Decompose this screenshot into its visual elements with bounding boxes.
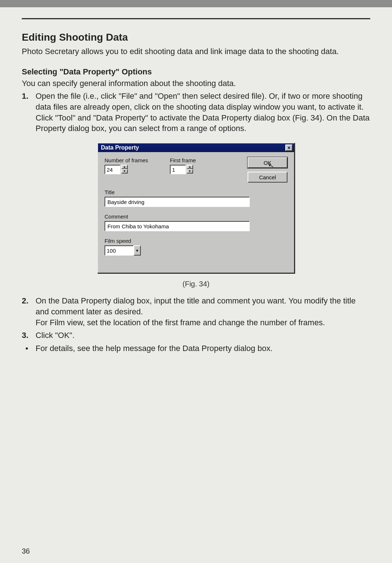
first-frame-up-icon[interactable]: ▲ [187, 165, 193, 169]
bullet-list: For details, see the help message for th… [22, 343, 370, 354]
figure-caption: (Fig. 34) [22, 280, 370, 288]
film-speed-select[interactable]: 100 ▼ [105, 245, 141, 256]
cancel-label: Cancel [259, 174, 276, 180]
title-label: Title [105, 189, 287, 195]
cancel-button[interactable]: Cancel [248, 172, 287, 183]
step-1: Open the file (i.e., click "File" and "O… [22, 91, 370, 134]
frames-value[interactable]: 24 [105, 165, 121, 174]
scan-top-bar [0, 0, 392, 7]
frames-up-icon[interactable]: ▲ [121, 165, 128, 169]
title-block: Title Bayside driving [105, 189, 287, 207]
dialog-title: Data Property [101, 144, 139, 151]
instruction-list-2: On the Data Property dialog box, input t… [22, 295, 370, 341]
dropdown-icon[interactable]: ▼ [134, 245, 141, 256]
title-input[interactable]: Bayside driving [105, 197, 250, 207]
dialog-body: Number of frames 24 ▲ ▼ First frame [98, 152, 294, 273]
figure-wrap: Data Property × Number of frames 24 ▲ ▼ [22, 143, 370, 288]
first-frame-down-icon[interactable]: ▼ [187, 169, 193, 174]
film-speed-block: Film speed 100 ▼ [105, 238, 287, 256]
frames-spinner[interactable]: 24 ▲ ▼ [105, 165, 148, 174]
first-frame-value[interactable]: 1 [170, 165, 186, 174]
first-frame-spinner[interactable]: 1 ▲ ▼ [170, 165, 196, 174]
page-number: 36 [22, 547, 30, 555]
step-2b-text: For Film view, set the location of the f… [36, 318, 325, 327]
ok-button[interactable]: OK ↖ [248, 157, 287, 168]
sub-intro-paragraph: You can specify general information abou… [22, 78, 370, 89]
close-button[interactable]: × [285, 144, 293, 151]
instruction-list: Open the file (i.e., click "File" and "O… [22, 91, 370, 134]
top-rule [22, 18, 370, 19]
step-2: On the Data Property dialog box, input t… [22, 295, 370, 328]
comment-block: Comment From Chiba to Yokohama [105, 213, 287, 231]
step-3: Click "OK". [22, 330, 370, 341]
data-property-dialog: Data Property × Number of frames 24 ▲ ▼ [97, 143, 295, 273]
dialog-titlebar: Data Property × [98, 143, 294, 152]
comment-label: Comment [105, 213, 287, 220]
frames-label: Number of frames [105, 157, 148, 163]
film-speed-value[interactable]: 100 [105, 245, 134, 256]
bullet-1: For details, see the help message for th… [22, 343, 370, 354]
close-icon: × [287, 145, 290, 150]
first-frame-label: First frame [170, 157, 196, 163]
step-2-text: On the Data Property dialog box, input t… [36, 296, 356, 316]
frames-down-icon[interactable]: ▼ [121, 169, 128, 174]
comment-input[interactable]: From Chiba to Yokohama [105, 221, 250, 231]
intro-paragraph: Photo Secretary allows you to edit shoot… [22, 46, 370, 57]
first-frame-group: First frame 1 ▲ ▼ [170, 157, 196, 174]
film-speed-label: Film speed [105, 238, 287, 244]
ok-label: OK [264, 160, 271, 166]
subheading: Selecting "Data Property" Options [22, 67, 370, 77]
frames-group: Number of frames 24 ▲ ▼ [105, 157, 148, 174]
document-page: Editing Shooting Data Photo Secretary al… [0, 18, 392, 563]
page-title: Editing Shooting Data [22, 32, 370, 43]
